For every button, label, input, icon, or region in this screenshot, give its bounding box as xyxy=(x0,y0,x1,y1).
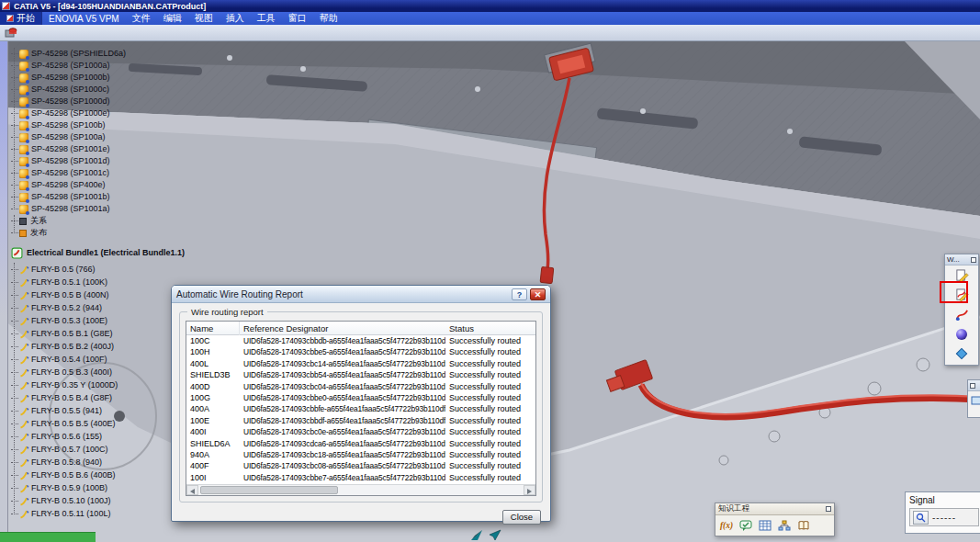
knowledge-titlebar[interactable]: 知识工程 xyxy=(715,503,834,515)
wire-toolbar-titlebar[interactable]: W... xyxy=(945,254,978,265)
tree-item-wire[interactable]: FLRY-B 0.5 B.3 (400I) xyxy=(11,366,185,378)
menu-item[interactable]: 视图 xyxy=(188,12,220,25)
table-row[interactable]: 100E UID6fa528-174093cbbdf-a655f4ea1faaa… xyxy=(186,415,535,426)
table-row[interactable]: 100G UID6fa528-174093cbbe0-a655f4ea1faaa… xyxy=(186,392,535,403)
wire-icon xyxy=(19,483,29,493)
menu-item[interactable]: 工具 xyxy=(251,12,282,25)
tree-item-sp[interactable]: SP-45298 (SP1000a) xyxy=(11,60,185,72)
help-button[interactable]: ? xyxy=(512,288,527,300)
menu-item[interactable]: 插入 xyxy=(220,12,251,25)
paper-plane-icon[interactable] xyxy=(489,529,501,541)
tree-item-wire[interactable]: FLRY-B 0.5.9 (100B) xyxy=(11,481,185,494)
table-row[interactable]: 400L UID6fa528-174093cbc14-a655f4ea1faaa… xyxy=(186,358,535,369)
dialog-titlebar[interactable]: Automatic Wire Routing Report ? ✕ xyxy=(172,286,550,303)
tree-item-wire[interactable]: FLRY-B 0.5.7 (100C) xyxy=(11,443,185,456)
tree-item-label: FLRY-B 0.5 B.1 (G8E) xyxy=(29,327,113,340)
panel-hole xyxy=(719,456,728,465)
route-wire-icon[interactable] xyxy=(952,307,971,322)
signal-field[interactable]: ------ xyxy=(909,508,979,526)
tree-item-sp[interactable]: SP-45298 (SP100b) xyxy=(11,119,185,131)
table-row[interactable]: SHIELD3B UID6fa528-174093cbb54-a655f4ea1… xyxy=(186,369,535,380)
tree-item-sp[interactable]: SP-45298 (SP1000c) xyxy=(11,84,185,96)
law-book-icon[interactable] xyxy=(796,518,811,532)
table-column-header[interactable]: Reference Designator xyxy=(240,322,445,335)
tree-item-publish[interactable]: 发布 xyxy=(11,227,185,239)
tree-item-sp[interactable]: SP-45298 (SP1000b) xyxy=(11,72,185,84)
scroll-left-icon[interactable] xyxy=(186,485,198,495)
tree-item-relations[interactable]: 关系 xyxy=(11,215,185,227)
table-column-header[interactable]: Name xyxy=(186,322,240,335)
tree-item-wire[interactable]: FLRY-B 0.5 B.6 (400B) xyxy=(11,469,185,481)
tree-item-sp[interactable]: SP-45298 (SP1001e) xyxy=(11,143,185,155)
tree-item-sp[interactable]: SP-45298 (SP1001a) xyxy=(11,203,185,215)
tree-item-sp[interactable]: SP-45298 (SP100a) xyxy=(11,131,185,143)
workbench-icon[interactable] xyxy=(4,26,17,40)
tree-item-wire[interactable]: FLRY-B 0.35 Y (1000D) xyxy=(11,378,185,391)
tree-item-label: 关系 xyxy=(28,215,47,227)
table-row[interactable]: 100I UID6fa528-174093cbbe7-a655f4ea1faaa… xyxy=(186,472,535,483)
tree-item-sp[interactable]: SP-45298 (SP1001b) xyxy=(11,191,185,203)
edge-tool-icon[interactable] xyxy=(971,395,980,406)
tree-item-wire[interactable]: FLRY-B 0.5.2 (944) xyxy=(11,301,185,314)
table-row[interactable]: 400I UID6fa528-174093cbc0e-a655f4ea1faaa… xyxy=(186,426,535,437)
tree-item-sp[interactable]: SP-45298 (SP1000d) xyxy=(11,96,185,107)
connector-icon xyxy=(19,85,28,95)
menu-item[interactable]: 窗口 xyxy=(282,12,313,25)
undock-icon[interactable] xyxy=(970,383,975,389)
table-row[interactable]: 100H UID6fa528-174093cbbe5-a655f4ea1faaa… xyxy=(186,346,535,357)
table-column-header[interactable]: Status xyxy=(445,322,535,335)
sphere-icon[interactable] xyxy=(952,326,971,342)
table-row[interactable]: 400F UID6fa528-174093cbc08-a655f4ea1faaa… xyxy=(186,460,535,471)
cell-reference-designator: UID6fa528-174093cbc04-a655f4ea1faaa5c5f4… xyxy=(240,381,445,392)
tree-item-wire[interactable]: FLRY-B 0.5.1 (100K) xyxy=(11,276,185,288)
tree-item-wire[interactable]: FLRY-B 0.5 B.5 (400E) xyxy=(11,417,185,430)
undock-icon[interactable] xyxy=(826,506,831,512)
tree-item-wire[interactable]: FLRY-B 0.5 B (400N) xyxy=(11,288,185,301)
tree-item-sp[interactable]: SP-45298 (SP400e) xyxy=(11,179,185,191)
link-diamond-icon[interactable] xyxy=(952,345,971,361)
menu-item[interactable]: 编辑 xyxy=(157,12,188,25)
tree-item-wire[interactable]: FLRY-B 0.5.5 (941) xyxy=(11,404,185,417)
tree-item-wire[interactable]: FLRY-B 0.5 B.2 (400J) xyxy=(11,340,185,353)
table-row[interactable]: 400A UID6fa528-174093cbbfe-a655f4ea1faaa… xyxy=(186,403,535,414)
scroll-right-icon[interactable] xyxy=(524,485,535,495)
tree-item-sp[interactable]: SP-45298 (SP1000e) xyxy=(11,107,185,119)
menu-item[interactable]: ENOVIA V5 VPM xyxy=(42,12,126,25)
tree-item-wire[interactable]: FLRY-B 0.5.3 (100E) xyxy=(11,314,185,327)
horizontal-scrollbar[interactable] xyxy=(186,484,535,495)
edge-toolbar-titlebar[interactable] xyxy=(968,380,980,391)
tree-item-sp[interactable]: SP-45298 (SPSHIELD6a) xyxy=(11,48,185,60)
check-dialog-icon[interactable] xyxy=(738,518,753,532)
tree-item-wire[interactable]: FLRY-B 0.5.4 (100F) xyxy=(11,353,185,366)
close-button[interactable]: Close xyxy=(502,510,541,525)
tree-item-wire[interactable]: FLRY-B 0.5.8 (940) xyxy=(11,456,185,469)
tree-item-wire[interactable]: FLRY-B 0.5 B.1 (G8E) xyxy=(11,327,185,340)
compass-icon[interactable] xyxy=(470,529,483,541)
menu-item[interactable]: 文件 xyxy=(126,12,157,25)
table-row[interactable]: 940A UID6fa528-174093cbc18-a655f4ea1faaa… xyxy=(186,449,535,460)
design-table-icon[interactable] xyxy=(758,518,772,532)
menu-item[interactable]: 帮助 xyxy=(313,12,344,25)
wire-icon xyxy=(19,329,29,339)
tree-item-bundle[interactable]: Electrical Bundle1 (Electrical Bundle1.1… xyxy=(11,246,185,259)
scrollbar-thumb[interactable] xyxy=(200,486,338,494)
scrollbar-track[interactable] xyxy=(198,485,524,495)
tree-item-wire[interactable]: FLRY-B 0.5 B.4 (G8F) xyxy=(11,391,185,404)
table-row[interactable]: 100C UID6fa528-174093cbbdb-a655f4ea1faaa… xyxy=(186,335,535,346)
automatic-wire-routing-icon[interactable] xyxy=(952,288,971,303)
tree-item-wire[interactable]: FLRY-B 0.5.6 (155) xyxy=(11,430,185,443)
menu-start[interactable]: 开始 xyxy=(0,12,42,25)
tree-item-sp[interactable]: SP-45298 (SP1001c) xyxy=(11,167,185,179)
table-row[interactable]: SHIELD6A UID6fa528-174093cdca6-a655f4ea1… xyxy=(186,438,535,449)
signal-filter-button[interactable] xyxy=(913,511,929,525)
tree-item-sp[interactable]: SP-45298 (SP1001d) xyxy=(11,155,185,167)
relations-icon[interactable] xyxy=(777,518,792,532)
close-icon[interactable]: ✕ xyxy=(530,288,546,300)
tree-item-wire[interactable]: FLRY-B 0.5 (766) xyxy=(11,263,185,276)
formula-icon[interactable]: f(x) xyxy=(719,518,734,532)
tree-item-wire[interactable]: FLRY-B 0.5.10 (100J) xyxy=(11,494,185,507)
define-wire-icon[interactable] xyxy=(952,268,971,284)
tree-item-wire[interactable]: FLRY-B 0.5.11 (100L) xyxy=(11,507,185,520)
table-row[interactable]: 400D UID6fa528-174093cbc04-a655f4ea1faaa… xyxy=(186,381,535,392)
undock-icon[interactable] xyxy=(971,257,976,263)
